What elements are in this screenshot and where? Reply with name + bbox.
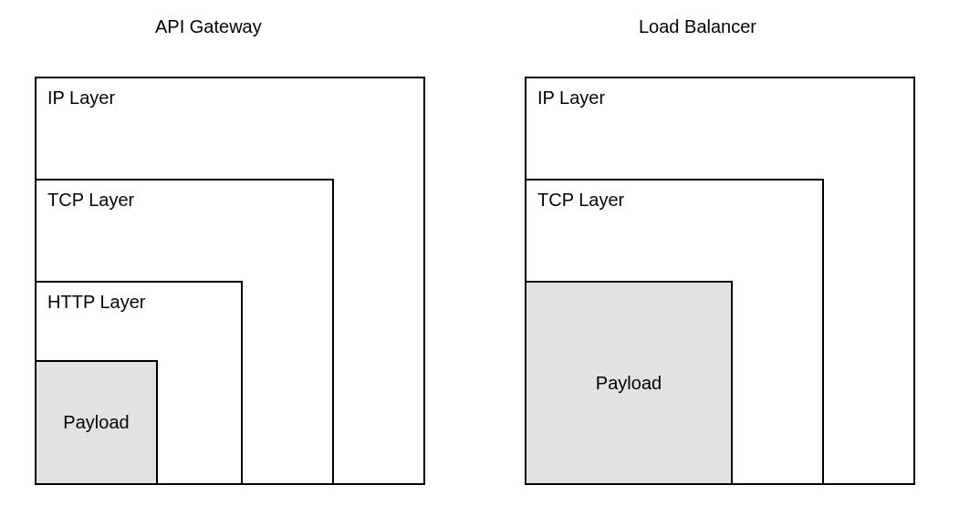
load-balancer-title: Load Balancer: [639, 16, 756, 37]
left-http-layer-label: HTTP Layer: [47, 292, 145, 313]
right-ip-layer-label: IP Layer: [537, 88, 605, 108]
right-payload-label: Payload: [596, 373, 662, 394]
api-gateway-title: API Gateway: [155, 16, 262, 37]
network-layer-diagram: API Gateway Load Balancer IP Layer TCP L…: [0, 0, 980, 516]
left-tcp-layer-label: TCP Layer: [47, 190, 134, 211]
right-tcp-layer-label: TCP Layer: [537, 190, 624, 211]
left-payload-box: Payload: [35, 360, 158, 485]
right-payload-box: Payload: [525, 281, 733, 485]
left-payload-label: Payload: [63, 412, 129, 433]
left-ip-layer-label: IP Layer: [47, 88, 115, 108]
